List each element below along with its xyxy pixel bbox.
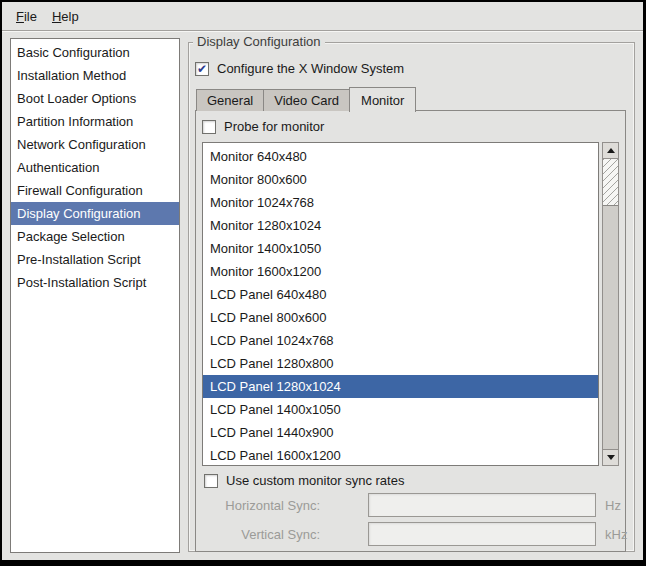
- tab-bar: GeneralVideo CardMonitor: [195, 87, 626, 111]
- display-configuration-frame: Display Configuration Configure the X Wi…: [188, 42, 635, 552]
- scrollbar-thumb[interactable]: [603, 159, 618, 206]
- checkbox-box[interactable]: [195, 62, 209, 76]
- monitor-list-item[interactable]: LCD Panel 1280x1024: [203, 375, 598, 398]
- checkbox-box[interactable]: [202, 120, 216, 134]
- monitor-list-item[interactable]: Monitor 640x480: [203, 145, 598, 168]
- vertical-sync-row: Vertical Sync: kHz: [202, 522, 619, 546]
- monitor-list-item[interactable]: LCD Panel 1440x900: [203, 421, 598, 444]
- configure-x-label: Configure the X Window System: [217, 61, 404, 76]
- vertical-sync-input[interactable]: [368, 522, 596, 546]
- menu-file[interactable]: File: [16, 9, 37, 24]
- tab-video-card[interactable]: Video Card: [263, 89, 350, 111]
- monitor-list-item[interactable]: LCD Panel 1400x1050: [203, 398, 598, 421]
- horizontal-sync-input[interactable]: [368, 493, 596, 517]
- tab-monitor[interactable]: Monitor: [349, 87, 416, 112]
- sidebar-item-authentication[interactable]: Authentication: [11, 156, 179, 179]
- monitor-list-item[interactable]: Monitor 800x600: [203, 168, 598, 191]
- monitor-list-item[interactable]: LCD Panel 800x600: [203, 306, 598, 329]
- monitor-list-scrollbar[interactable]: [602, 142, 619, 466]
- configure-x-checkbox[interactable]: Configure the X Window System: [195, 60, 626, 77]
- sidebar-item-display-configuration[interactable]: Display Configuration: [11, 202, 179, 225]
- vertical-sync-label: Vertical Sync:: [202, 527, 320, 542]
- monitor-list-item[interactable]: Monitor 1024x768: [203, 191, 598, 214]
- scroll-down-button[interactable]: [603, 449, 618, 465]
- sidebar-item-installation-method[interactable]: Installation Method: [11, 64, 179, 87]
- monitor-list-item[interactable]: LCD Panel 1024x768: [203, 329, 598, 352]
- arrow-down-icon: [607, 455, 615, 460]
- kickstart-configurator-window: FileHelp Basic ConfigurationInstallation…: [0, 0, 646, 566]
- arrow-up-icon: [607, 148, 615, 153]
- sidebar-item-network-configuration[interactable]: Network Configuration: [11, 133, 179, 156]
- checkbox-box[interactable]: [204, 474, 218, 488]
- display-notebook: GeneralVideo CardMonitor Probe for monit…: [195, 87, 626, 552]
- sidebar-item-partition-information[interactable]: Partition Information: [11, 110, 179, 133]
- sidebar-item-post-installation-script[interactable]: Post-Installation Script: [11, 271, 179, 294]
- monitor-list: Monitor 640x480Monitor 800x600Monitor 10…: [202, 142, 599, 466]
- sidebar-item-firewall-configuration[interactable]: Firewall Configuration: [11, 179, 179, 202]
- monitor-list-item[interactable]: Monitor 1600x1200: [203, 260, 598, 283]
- sidebar-item-boot-loader-options[interactable]: Boot Loader Options: [11, 87, 179, 110]
- monitor-list-item[interactable]: Monitor 1280x1024: [203, 214, 598, 237]
- monitor-list-item[interactable]: LCD Panel 1280x800: [203, 352, 598, 375]
- custom-sync-checkbox[interactable]: Use custom monitor sync rates: [204, 472, 619, 489]
- vertical-sync-unit: kHz: [605, 527, 627, 542]
- tab-general[interactable]: General: [196, 89, 264, 111]
- menu-help[interactable]: Help: [52, 9, 79, 24]
- custom-sync-label: Use custom monitor sync rates: [226, 473, 404, 488]
- sidebar-item-pre-installation-script[interactable]: Pre-Installation Script: [11, 248, 179, 271]
- horizontal-sync-row: Horizontal Sync: Hz: [202, 493, 619, 517]
- frame-title: Display Configuration: [193, 34, 325, 49]
- content-area: Basic ConfigurationInstallation MethodBo…: [2, 32, 643, 560]
- monitor-list-item[interactable]: LCD Panel 1600x1200: [203, 444, 598, 466]
- monitor-list-item[interactable]: LCD Panel 640x480: [203, 283, 598, 306]
- monitor-tab-panel: Probe for monitor Monitor 640x480Monitor…: [195, 110, 626, 552]
- scrollbar-trough[interactable]: [603, 206, 618, 449]
- horizontal-sync-label: Horizontal Sync:: [202, 498, 320, 513]
- sidebar-item-package-selection[interactable]: Package Selection: [11, 225, 179, 248]
- probe-monitor-checkbox[interactable]: Probe for monitor: [202, 118, 619, 135]
- scroll-up-button[interactable]: [603, 143, 618, 159]
- sidebar-list: Basic ConfigurationInstallation MethodBo…: [10, 38, 180, 553]
- main-panel: Display Configuration Configure the X Wi…: [188, 38, 636, 553]
- menubar: FileHelp: [2, 2, 643, 30]
- monitor-list-area: Monitor 640x480Monitor 800x600Monitor 10…: [202, 142, 619, 466]
- probe-monitor-label: Probe for monitor: [224, 119, 324, 134]
- monitor-list-item[interactable]: Monitor 1400x1050: [203, 237, 598, 260]
- horizontal-sync-unit: Hz: [605, 498, 621, 513]
- sidebar-item-basic-configuration[interactable]: Basic Configuration: [11, 41, 179, 64]
